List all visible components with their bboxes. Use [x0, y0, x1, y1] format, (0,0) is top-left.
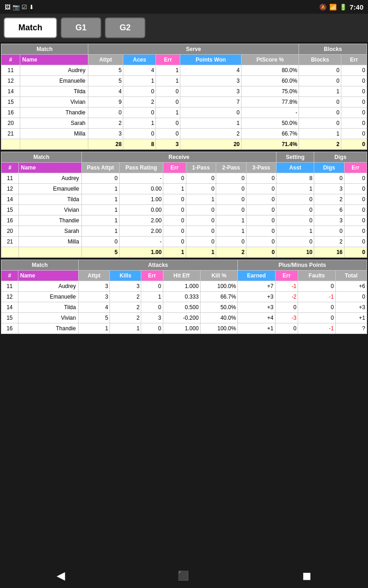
- recv-3pass: 0: [246, 226, 276, 237]
- serve-col-name: Name: [20, 55, 88, 65]
- recv-setting-header: Setting: [276, 152, 314, 163]
- download-icon: ⬇: [29, 4, 34, 11]
- serve-err: 0: [156, 97, 180, 107]
- recv-3pass: 0: [246, 205, 276, 215]
- recv-row: 11 Audrey 0 - 0 0 0 0 8 0 0: [1, 173, 367, 184]
- atk-num: 12: [1, 292, 18, 302]
- nav-home[interactable]: ⬛: [178, 570, 189, 581]
- serve-player-name: Audrey: [20, 65, 88, 76]
- receive-section: Match Receive Setting Digs # Name Pass A…: [1, 152, 367, 258]
- serve-pointswon: 2: [180, 129, 242, 139]
- serve-blocks: 1: [299, 86, 341, 97]
- recv-num: 14: [1, 194, 19, 205]
- recv-passattpt: 1: [81, 215, 119, 226]
- serve-player-name: Sarah: [20, 118, 88, 129]
- recv-digs: 3: [314, 184, 345, 194]
- serve-err: 1: [156, 76, 180, 86]
- recv-total-passattpt: 5: [81, 247, 119, 258]
- recv-err: 1: [163, 184, 186, 194]
- serve-blocks: 0: [299, 76, 341, 86]
- serve-attpt: 9: [88, 97, 123, 107]
- serve-row: 12 Emanuelle 5 1 1 3 60.0% 0 0: [1, 76, 367, 86]
- recv-passattpt: 0: [81, 173, 119, 184]
- clock: 7:40: [350, 3, 363, 11]
- recv-digs: 2: [314, 194, 345, 205]
- atk-hiteff: 0.500: [163, 302, 200, 313]
- serve-blocks: 0: [299, 65, 341, 76]
- serve-ptscore: 60.0%: [242, 76, 299, 86]
- recv-asst: 1: [276, 226, 314, 237]
- atk-kills: 3: [110, 281, 141, 292]
- nav-back[interactable]: ◀: [57, 569, 65, 582]
- recv-col-2pass: 2-Pass: [216, 163, 247, 173]
- serve-berr: 0: [341, 86, 367, 97]
- attacks-section: Match Attacks Plus/Minus Points # Name A…: [1, 260, 367, 334]
- serve-pointswon: 3: [180, 86, 242, 97]
- recv-total-1pass: 1: [186, 247, 216, 258]
- recv-1pass: 0: [186, 184, 216, 194]
- recv-2pass: 1: [216, 215, 247, 226]
- atk-match-header: Match: [1, 260, 79, 271]
- serve-row: 21 Milla 3 0 0 2 66.7% 1 0: [1, 129, 367, 139]
- serve-berr: 0: [341, 129, 367, 139]
- serve-pointswon: 3: [180, 76, 242, 86]
- recv-3pass: 0: [246, 194, 276, 205]
- serve-aces: 0: [123, 129, 156, 139]
- recv-2pass: 0: [216, 194, 247, 205]
- recv-total-err: 1: [163, 247, 186, 258]
- tab-g1[interactable]: G1: [61, 17, 101, 38]
- serve-row: 20 Sarah 2 1 0 1 50.0% 0 0: [1, 118, 367, 129]
- atk-kills: 2: [110, 292, 141, 302]
- atk-err: 3: [141, 313, 163, 323]
- atk-row: 14 Tilda 4 2 0 0.500 50.0% +3 0 0 +3: [1, 302, 367, 313]
- recv-2pass: 1: [216, 226, 247, 237]
- tab-g2[interactable]: G2: [105, 17, 145, 38]
- serve-err: 0: [156, 129, 180, 139]
- recv-total-2pass: 2: [216, 247, 247, 258]
- atk-row: 11 Audrey 3 3 0 1.000 100.0% +7 -1 0 +6: [1, 281, 367, 292]
- serve-err: 0: [156, 118, 180, 129]
- atk-err: 0: [141, 323, 163, 334]
- atk-row: 15 Vivian 5 2 3 -0.200 40.0% +4 -3 0 +1: [1, 313, 367, 323]
- recv-row: 12 Emanuelle 1 0.00 1 0 0 0 1 3 0: [1, 184, 367, 194]
- serve-blocks: 0: [299, 118, 341, 129]
- nav-recents[interactable]: ◼: [302, 569, 311, 582]
- recv-1pass: 1: [186, 194, 216, 205]
- recv-row: 20 Sarah 1 2.00 0 0 1 0 1 0 0: [1, 226, 367, 237]
- serve-berr: 0: [341, 97, 367, 107]
- recv-asst: 0: [276, 205, 314, 215]
- atk-total: 0: [335, 292, 367, 302]
- atk-faults: -1: [298, 292, 335, 302]
- atk-attacks-header: Attacks: [78, 260, 237, 271]
- serve-berr: 0: [341, 76, 367, 86]
- recv-col-1pass: 1-Pass: [186, 163, 216, 173]
- atk-player-name: Tilda: [18, 302, 78, 313]
- attacks-table: Match Attacks Plus/Minus Points # Name A…: [1, 260, 367, 334]
- recv-derr: 0: [344, 184, 367, 194]
- serve-ptscore: 50.0%: [242, 118, 299, 129]
- serve-serve-header: Serve: [88, 44, 299, 55]
- tab-match[interactable]: Match: [4, 17, 57, 38]
- recv-player-name: Thandie: [19, 215, 82, 226]
- atk-pmerr: -1: [275, 281, 298, 292]
- serve-attpt: 4: [88, 86, 123, 97]
- recv-passrating: 0.00: [119, 184, 163, 194]
- serve-aces: 2: [123, 97, 156, 107]
- recv-player-name: Emanuelle: [19, 184, 82, 194]
- serve-total-empty2: [20, 139, 88, 150]
- recv-passattpt: 1: [81, 184, 119, 194]
- serve-attpt: 0: [88, 107, 123, 118]
- atk-col-killpct: Kill %: [200, 271, 237, 281]
- serve-ptscore: 80.0%: [242, 65, 299, 76]
- atk-row: 12 Emanuelle 3 2 1 0.333 66.7% +3 -2 -1 …: [1, 292, 367, 302]
- serve-num: 14: [1, 86, 20, 97]
- recv-col-name: Name: [19, 163, 82, 173]
- atk-col-kills: Kills: [110, 271, 141, 281]
- atk-num: 15: [1, 313, 18, 323]
- recv-passrating: -: [119, 173, 163, 184]
- recv-total-empty1: [1, 247, 19, 258]
- scroll-area: Match Serve Blocks # Name Attpt Aces Err…: [0, 42, 368, 565]
- atk-total: +3: [335, 302, 367, 313]
- atk-player-name: Audrey: [18, 281, 78, 292]
- atk-kills: 1: [110, 323, 141, 334]
